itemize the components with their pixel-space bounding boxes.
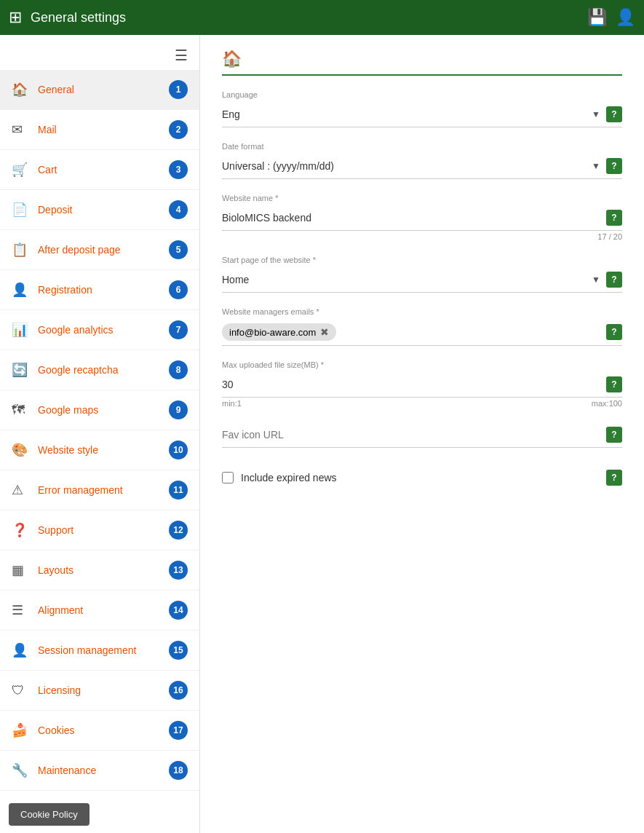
- website-style-icon: 🎨: [12, 442, 32, 458]
- email-tag-text: info@bio-aware.com: [229, 327, 316, 338]
- content-area: 🏠 Language Eng ▼ ? Date format Universal…: [200, 35, 644, 833]
- mail-icon: ✉: [12, 122, 32, 138]
- max-file-size-min: min:1: [222, 399, 242, 408]
- layouts-icon: ▦: [12, 562, 32, 578]
- include-expired-news-checkbox[interactable]: [222, 472, 234, 483]
- google-analytics-badge: 7: [169, 320, 188, 339]
- sidebar-item-session-management[interactable]: 👤 Session management 15: [0, 631, 199, 671]
- include-expired-news-help-button[interactable]: ?: [606, 470, 622, 486]
- date-format-dropdown-icon[interactable]: ▼: [592, 161, 600, 171]
- support-badge: 12: [169, 521, 188, 540]
- page-title: General settings: [31, 10, 126, 25]
- home-icon[interactable]: 🏠: [222, 50, 242, 68]
- mail-label: Mail: [38, 124, 169, 135]
- top-bar-right: 💾 👤: [587, 8, 635, 27]
- email-tag: info@bio-aware.com ✖: [222, 323, 336, 341]
- sidebar-item-general[interactable]: 🏠 General 1: [0, 70, 199, 110]
- licensing-icon: 🛡: [12, 683, 32, 698]
- include-expired-news-label: Include expired news: [241, 472, 599, 483]
- deposit-label: Deposit: [38, 204, 169, 216]
- google-maps-badge: 9: [169, 400, 188, 419]
- max-file-size-field: ?: [222, 372, 622, 398]
- sidebar-item-deposit[interactable]: 📄 Deposit 4: [0, 190, 199, 230]
- sidebar-item-maintenance[interactable]: 🔧 Maintenance 18: [0, 751, 199, 791]
- website-name-label: Website name *: [222, 194, 622, 202]
- session-management-badge: 15: [169, 641, 188, 660]
- managers-emails-help-button-wrap: ?: [606, 324, 622, 340]
- fav-icon-help-button[interactable]: ?: [606, 427, 622, 443]
- alignment-label: Alignment: [38, 604, 169, 616]
- maintenance-label: Maintenance: [38, 765, 169, 776]
- sidebar-item-error-management[interactable]: ⚠ Error management 11: [0, 470, 199, 510]
- website-name-input[interactable]: [222, 212, 600, 224]
- cart-label: Cart: [38, 164, 169, 175]
- sidebar-item-google-recaptcha[interactable]: 🔄 Google recaptcha 8: [0, 350, 199, 390]
- max-file-size-section: Max uploaded file size(MB) * ? min:1 max…: [222, 360, 622, 408]
- sidebar-item-mail[interactable]: ✉ Mail 2: [0, 110, 199, 150]
- start-page-label: Start page of the website *: [222, 256, 622, 264]
- language-field: Eng ▼ ?: [222, 102, 622, 127]
- start-page-dropdown-icon[interactable]: ▼: [592, 275, 600, 285]
- save-icon[interactable]: 💾: [587, 8, 607, 27]
- website-style-label: Website style: [38, 444, 169, 456]
- language-label: Language: [222, 90, 622, 99]
- sidebar-item-cart[interactable]: 🛒 Cart 3: [0, 150, 199, 190]
- max-file-size-help-button[interactable]: ?: [606, 376, 622, 392]
- after-deposit-badge: 5: [169, 240, 188, 259]
- grid-icon[interactable]: ⊞: [9, 8, 22, 27]
- cart-icon: 🛒: [12, 162, 32, 178]
- start-page-field: Home ▼ ?: [222, 267, 622, 293]
- general-icon: 🏠: [12, 82, 32, 98]
- language-section: Language Eng ▼ ?: [222, 90, 622, 127]
- sidebar-item-google-maps[interactable]: 🗺 Google maps 9: [0, 390, 199, 430]
- deposit-badge: 4: [169, 200, 188, 219]
- max-file-size-label: Max uploaded file size(MB) *: [222, 360, 622, 369]
- start-page-help-button[interactable]: ?: [606, 272, 622, 288]
- sidebar-item-alignment[interactable]: ☰ Alignment 14: [0, 591, 199, 631]
- support-icon: ❓: [12, 522, 32, 538]
- after-deposit-label: After deposit page: [38, 244, 169, 256]
- language-value: Eng: [222, 108, 586, 120]
- toggle-icon[interactable]: ☰: [175, 47, 188, 64]
- managers-emails-field: info@bio-aware.com ✖ ?: [222, 319, 622, 346]
- google-recaptcha-badge: 8: [169, 360, 188, 379]
- sidebar-item-cookies[interactable]: 🍰 Cookies 17: [0, 711, 199, 751]
- registration-label: Registration: [38, 284, 169, 296]
- maintenance-badge: 18: [169, 761, 188, 780]
- email-tag-remove[interactable]: ✖: [320, 326, 329, 338]
- start-page-value: Home: [222, 274, 586, 285]
- licensing-badge: 16: [169, 681, 188, 700]
- session-management-icon: 👤: [12, 642, 32, 658]
- top-bar-left: ⊞ General settings: [9, 8, 126, 27]
- google-analytics-icon: 📊: [12, 322, 32, 338]
- language-dropdown-icon[interactable]: ▼: [592, 109, 600, 119]
- user-icon[interactable]: 👤: [616, 8, 635, 27]
- sidebar-item-registration[interactable]: 👤 Registration 6: [0, 270, 199, 310]
- sidebar-item-website-style[interactable]: 🎨 Website style 10: [0, 430, 199, 470]
- top-bar: ⊞ General settings 💾 👤: [0, 0, 644, 35]
- registration-icon: 👤: [12, 282, 32, 298]
- max-file-size-input[interactable]: [222, 379, 600, 390]
- cart-badge: 3: [169, 160, 188, 179]
- content-header: 🏠: [222, 50, 622, 76]
- sidebar-item-after-deposit[interactable]: 📋 After deposit page 5: [0, 230, 199, 270]
- managers-emails-label: Website managers emails *: [222, 307, 622, 316]
- fav-icon-input[interactable]: [222, 429, 606, 441]
- cookies-badge: 17: [169, 721, 188, 740]
- sidebar-item-support[interactable]: ❓ Support 12: [0, 510, 199, 550]
- sidebar-item-layouts[interactable]: ▦ Layouts 13: [0, 550, 199, 591]
- licensing-label: Licensing: [38, 684, 169, 696]
- date-format-label: Date format: [222, 142, 622, 151]
- sidebar-item-licensing[interactable]: 🛡 Licensing 16: [0, 671, 199, 711]
- date-format-field: Universal : (yyyy/mm/dd) ▼ ?: [222, 154, 622, 179]
- cookie-policy-button[interactable]: Cookie Policy: [9, 803, 90, 826]
- website-name-help-button[interactable]: ?: [606, 210, 622, 226]
- date-format-help-button[interactable]: ?: [606, 158, 622, 174]
- managers-emails-help-button[interactable]: ?: [606, 324, 622, 340]
- session-management-label: Session management: [38, 644, 169, 656]
- alignment-badge: 14: [169, 601, 188, 620]
- sidebar-item-google-analytics[interactable]: 📊 Google analytics 7: [0, 310, 199, 350]
- language-help-button[interactable]: ?: [606, 106, 622, 122]
- date-format-value: Universal : (yyyy/mm/dd): [222, 160, 586, 172]
- maintenance-icon: 🔧: [12, 762, 32, 778]
